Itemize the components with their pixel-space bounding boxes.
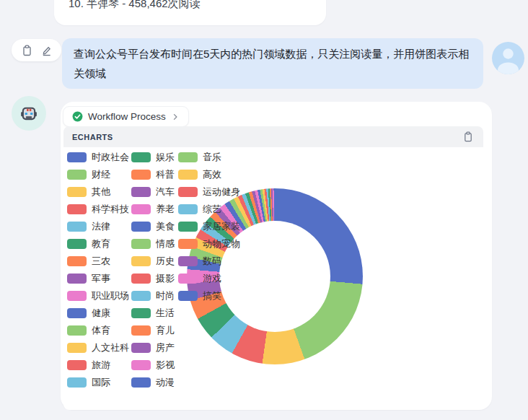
user-message-bubble: 查询公众号平台发布时间在5天内的热门领域数据，只关注阅读量，并用饼图表示相关领域 xyxy=(62,38,483,89)
legend-label: 人文社科 xyxy=(92,341,129,354)
legend-item[interactable]: 军事 xyxy=(67,270,129,287)
legend-item[interactable]: 时政社会 xyxy=(67,149,129,166)
copy-icon[interactable] xyxy=(22,45,32,56)
legend-swatch xyxy=(178,256,198,266)
legend-label: 数码 xyxy=(203,255,221,268)
legend-label: 时政社会 xyxy=(92,151,129,164)
legend-swatch xyxy=(178,222,198,232)
legend-item[interactable]: 科普 xyxy=(131,166,175,183)
legend-swatch xyxy=(67,360,87,370)
legend-item[interactable]: 国际 xyxy=(67,374,129,391)
legend-label: 搞笑 xyxy=(203,289,221,302)
legend-label: 影视 xyxy=(156,359,175,372)
legend-swatch xyxy=(131,274,151,284)
legend-swatch xyxy=(131,239,151,249)
legend-swatch xyxy=(67,239,87,249)
legend-swatch xyxy=(67,377,87,388)
legend-item[interactable]: 游戏 xyxy=(178,270,240,287)
legend-item[interactable]: 动物宠物 xyxy=(178,235,240,253)
legend-item[interactable]: 三农 xyxy=(67,253,129,270)
legend-swatch xyxy=(131,204,151,214)
legend-item[interactable]: 搞笑 xyxy=(178,287,240,305)
legend-item[interactable]: 其他 xyxy=(67,183,129,201)
legend-label: 高效 xyxy=(203,168,221,181)
edit-icon[interactable] xyxy=(41,45,52,56)
legend-swatch xyxy=(178,204,198,214)
pie-chart-area: 时政社会财经其他科学科技法律教育三农军事职业职场健康体育人文社科旅游国际 娱乐科… xyxy=(63,147,483,410)
legend-item[interactable]: 旅游 xyxy=(67,356,129,374)
legend-item[interactable]: 摄影 xyxy=(131,270,175,287)
legend-item[interactable]: 财经 xyxy=(67,166,129,183)
legend-label: 三农 xyxy=(92,255,110,268)
chart-legend-column-3: 音乐高效运动健身综艺家居家装动物宠物数码游戏搞笑 xyxy=(178,149,240,305)
legend-item[interactable]: 育儿 xyxy=(131,322,175,339)
legend-label: 动物宠物 xyxy=(203,237,240,250)
legend-label: 生活 xyxy=(156,307,175,320)
legend-item[interactable]: 健康 xyxy=(67,305,129,322)
legend-label: 职业职场 xyxy=(92,289,129,302)
chart-legend-column-2: 娱乐科普汽车养老美食情感历史摄影时尚生活育儿房产影视动漫 xyxy=(131,149,175,391)
legend-swatch xyxy=(67,325,87,336)
legend-item[interactable]: 人文社科 xyxy=(67,339,129,356)
legend-swatch xyxy=(131,308,151,318)
legend-item[interactable]: 高效 xyxy=(178,166,240,183)
legend-swatch xyxy=(131,377,151,388)
legend-item[interactable]: 汽车 xyxy=(131,183,175,201)
legend-item[interactable]: 时尚 xyxy=(131,287,175,305)
message-actions-pill xyxy=(12,39,61,61)
legend-swatch xyxy=(67,170,87,180)
legend-swatch xyxy=(178,187,198,197)
legend-item[interactable]: 综艺 xyxy=(178,201,240,218)
legend-item[interactable]: 运动健身 xyxy=(178,183,240,201)
legend-label: 其他 xyxy=(92,185,110,198)
copy-chart-icon[interactable] xyxy=(463,131,473,142)
legend-swatch xyxy=(131,325,151,336)
legend-item[interactable]: 影视 xyxy=(131,356,175,374)
legend-item[interactable]: 房产 xyxy=(131,339,175,356)
legend-label: 科学科技 xyxy=(92,203,129,216)
legend-label: 教育 xyxy=(92,237,110,250)
legend-label: 汽车 xyxy=(156,185,175,198)
legend-swatch xyxy=(131,152,151,162)
legend-item[interactable]: 职业职场 xyxy=(67,287,129,305)
echarts-panel: ECHARTS 时政社会财经其他科学科技法律教育三农军事职业职场健康体育人文社科… xyxy=(63,126,483,410)
legend-label: 养老 xyxy=(156,203,175,216)
legend-item[interactable]: 教育 xyxy=(67,235,129,253)
legend-item[interactable]: 生活 xyxy=(131,305,175,322)
legend-item[interactable]: 音乐 xyxy=(178,149,240,166)
legend-label: 运动健身 xyxy=(203,185,240,198)
echarts-panel-title: ECHARTS xyxy=(72,133,113,141)
legend-swatch xyxy=(178,274,198,284)
legend-item[interactable]: 情感 xyxy=(131,235,175,253)
assistant-message-card: Workflow Process ECHARTS 时政社会财经其他科学科技法律教… xyxy=(61,102,492,410)
workflow-process-chip[interactable]: Workflow Process xyxy=(63,106,189,127)
legend-label: 育儿 xyxy=(156,324,175,337)
legend-item[interactable]: 家居家装 xyxy=(178,218,240,235)
legend-swatch xyxy=(67,308,87,318)
legend-swatch xyxy=(131,360,151,370)
legend-item[interactable]: 科学科技 xyxy=(67,201,129,218)
legend-item[interactable]: 体育 xyxy=(67,322,129,339)
robot-icon xyxy=(18,102,40,124)
legend-label: 旅游 xyxy=(92,359,110,372)
legend-swatch xyxy=(67,343,87,353)
legend-swatch xyxy=(131,343,151,353)
legend-label: 国际 xyxy=(92,376,110,389)
legend-swatch xyxy=(67,274,87,284)
legend-item[interactable]: 数码 xyxy=(178,253,240,270)
legend-swatch xyxy=(178,239,198,249)
legend-swatch xyxy=(131,291,151,301)
legend-label: 情感 xyxy=(156,237,175,250)
legend-item[interactable]: 娱乐 xyxy=(131,149,175,166)
check-circle-icon xyxy=(72,111,83,122)
legend-label: 房产 xyxy=(156,341,175,354)
legend-item[interactable]: 美食 xyxy=(131,218,175,235)
legend-item[interactable]: 历史 xyxy=(131,253,175,270)
person-icon xyxy=(492,42,524,74)
legend-item[interactable]: 动漫 xyxy=(131,374,175,391)
legend-item[interactable]: 养老 xyxy=(131,201,175,218)
legend-item[interactable]: 法律 xyxy=(67,218,129,235)
legend-label: 健康 xyxy=(92,307,110,320)
legend-label: 动漫 xyxy=(156,376,175,389)
legend-swatch xyxy=(131,256,151,266)
